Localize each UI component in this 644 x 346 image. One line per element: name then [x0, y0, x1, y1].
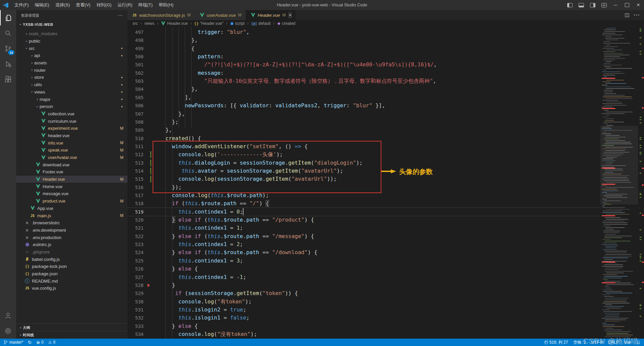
code-line[interactable]: 533 } else { [127, 322, 644, 330]
close-button[interactable]: × [633, 0, 644, 10]
status-error[interactable]: ⊗0 [36, 340, 44, 345]
menu-item-h[interactable]: 帮助(H) [156, 0, 176, 10]
file-info.vue[interactable]: info.vueM [16, 139, 127, 147]
code-line[interactable]: 502 message: [127, 69, 644, 77]
code-line[interactable]: 526 } else { [127, 265, 644, 273]
file-package.json[interactable]: {}package.json [16, 270, 127, 278]
file-experiment.vue[interactable]: experiment.vueM [16, 125, 127, 132]
overview-ruler[interactable] [639, 27, 644, 339]
file-babel.config.js[interactable]: Bbabel.config.js [16, 255, 127, 263]
status-cursor-position[interactable]: 行 519, 列 27 [544, 340, 568, 345]
menu-item-t[interactable]: 终端(T) [135, 0, 156, 10]
code-line[interactable]: 497 trigger: "blur", [127, 28, 644, 36]
code-line[interactable]: 505 ], [127, 94, 644, 102]
code-line[interactable]: 532 this.islogin1 = false; [127, 314, 644, 322]
project-root-row[interactable]: › YXSB-VUE-WEB [16, 21, 127, 28]
code-line[interactable]: 527 this.contindex1 = -1; [127, 273, 644, 281]
breadcrumb-default[interactable]: [@]default [251, 21, 270, 26]
code-line[interactable]: 520 } else if (this.$route.path == "/pro… [127, 216, 644, 224]
file-.gitignore[interactable]: ◇.gitignore [16, 248, 127, 256]
folder-views[interactable]: ›views● [16, 89, 127, 96]
breadcrumb-Header.vue[interactable]: {}"Header.vue" [194, 21, 223, 26]
breadcrumb-created[interactable]: created [277, 21, 296, 26]
code-line[interactable]: 498 }, [127, 36, 644, 44]
activity-settings-icon[interactable] [0, 323, 16, 339]
folder-assets[interactable]: ›assets [16, 59, 127, 67]
code-line[interactable]: 507 }, [127, 110, 644, 118]
code-line[interactable]: 506 newPasswords: [{ validator: validate… [127, 102, 644, 110]
file-vue.config.js[interactable]: JSvue.config.js [16, 285, 127, 292]
folder-utils[interactable]: ›utils● [16, 81, 127, 89]
code-line[interactable]: 521 this.contindex1 = 1; [127, 224, 644, 232]
file-message.vue[interactable]: message.vue [16, 190, 127, 197]
file-userAvatar.vue[interactable]: userAvatar.vueM [16, 154, 127, 161]
layout-sidebar-left-icon[interactable] [564, 0, 576, 10]
more-actions-icon[interactable]: ··· [634, 12, 640, 18]
file-curriculum.vue[interactable]: curriculum.vue [16, 117, 127, 125]
activity-account-icon[interactable] [0, 308, 16, 323]
activity-search-icon[interactable] [0, 25, 16, 41]
code-line[interactable]: 519 this.contindex1 = 0; [127, 208, 644, 216]
code-line[interactable]: 531 this.islogin2 = true; [127, 306, 644, 314]
customize-layout-icon[interactable] [598, 0, 610, 10]
code-line[interactable]: 523 this.contindex1 = 2; [127, 240, 644, 248]
code-editor[interactable]: 497 trigger: "blur",498 },499 {500 patte… [127, 27, 644, 339]
layout-panel-icon[interactable] [576, 0, 587, 10]
folder-store[interactable]: ›store● [16, 74, 127, 81]
folder-node_modules[interactable]: ›node_modules [16, 30, 127, 38]
file-README.md[interactable]: iREADME.md [16, 277, 127, 285]
maximize-button[interactable] [621, 0, 633, 10]
outline-section[interactable]: › 大纲 [16, 324, 127, 331]
file-.env.production[interactable]: ≡.env.production [16, 234, 127, 241]
file-.eslintrc.js[interactable]: .eslintrc.js [16, 241, 127, 248]
menu-item-s[interactable]: 选择(S) [52, 0, 73, 10]
folder-router[interactable]: ›router [16, 66, 127, 74]
code-line[interactable]: 500 pattern: [127, 53, 644, 61]
code-line[interactable]: 501 /^(?![\d]+$)(?![a-zA-Z]+$)(?![^\da-z… [127, 61, 644, 69]
minimap[interactable] [600, 27, 638, 339]
close-icon[interactable]: × [289, 12, 291, 18]
tab-Header.vue[interactable]: Header.vueM× [246, 10, 296, 20]
code-line[interactable]: 529 if (sessionStorage.getItem("token"))… [127, 289, 644, 297]
code-line[interactable]: 525 this.contindex1 = 3; [127, 257, 644, 265]
status-warning[interactable]: ⚠0 [48, 340, 55, 345]
code-line[interactable]: 509 }, [127, 126, 644, 134]
code-line[interactable]: 534 console.log("没有token"); [127, 330, 644, 338]
minimize-button[interactable]: ─ [610, 0, 621, 10]
file-.browserslistrc[interactable]: ≡.browserslistrc [16, 219, 127, 227]
file-product.vue[interactable]: product.vueM [16, 197, 127, 205]
status-sync[interactable]: ↻ [28, 340, 32, 345]
activity-source-control-icon[interactable]: 14 [0, 41, 16, 56]
tab-userAvatar.vue[interactable]: userAvatar.vueM [195, 10, 246, 20]
activity-extensions-icon[interactable] [0, 72, 16, 87]
file-download.vue[interactable]: download.vue [16, 161, 127, 168]
tab-watchsessionStorage.js[interactable]: JSwatchsessionStorage.jsM [127, 10, 195, 20]
file-Header.vue[interactable]: Header.vueM [16, 176, 127, 183]
code-line[interactable]: 518 if (this.$route.path == "/") { [127, 199, 644, 208]
code-line[interactable]: 522 } else if (this.$route.path == "/mes… [127, 232, 644, 240]
breadcrumb-Header.vue[interactable]: Header.vue [161, 21, 187, 26]
file-header.vue[interactable]: header.vue [16, 132, 127, 139]
breadcrumb-views[interactable]: views [144, 21, 154, 26]
code-line[interactable]: 499 { [127, 45, 644, 53]
folder-src[interactable]: ›src● [16, 45, 127, 52]
code-line[interactable]: 524 } else if (this.$route.path == "/dow… [127, 248, 644, 256]
file-App.vue[interactable]: App.vue [16, 205, 127, 212]
breadcrumb-script[interactable]: script [230, 21, 245, 26]
code-line[interactable]: 530 console.log("有token"); [127, 298, 644, 306]
file-speak.vue[interactable]: speak.vueM [16, 147, 127, 154]
status-branch[interactable]: master* [3, 340, 23, 345]
breadcrumb-src[interactable]: src [132, 21, 138, 26]
folder-api[interactable]: ›api● [16, 52, 127, 59]
folder-major[interactable]: ›major● [16, 96, 127, 103]
more-actions-icon[interactable]: ··· [118, 13, 123, 17]
timeline-section[interactable]: › 时间线 [16, 331, 127, 339]
folder-person[interactable]: ›person● [16, 103, 127, 110]
split-editor-icon[interactable] [625, 13, 630, 18]
file-Home.vue[interactable]: Home.vue [16, 183, 127, 190]
menu-item-e[interactable]: 编辑(E) [32, 0, 52, 10]
code-line[interactable]: 504 }, [127, 85, 644, 93]
code-line[interactable]: 503 "只能输入8-16位英文字母、数字或者符号（除空格），且字母、数字和标点… [127, 77, 644, 85]
menu-item-v[interactable]: 查看(V) [73, 0, 93, 10]
menu-item-f[interactable]: 文件(F) [11, 0, 32, 10]
